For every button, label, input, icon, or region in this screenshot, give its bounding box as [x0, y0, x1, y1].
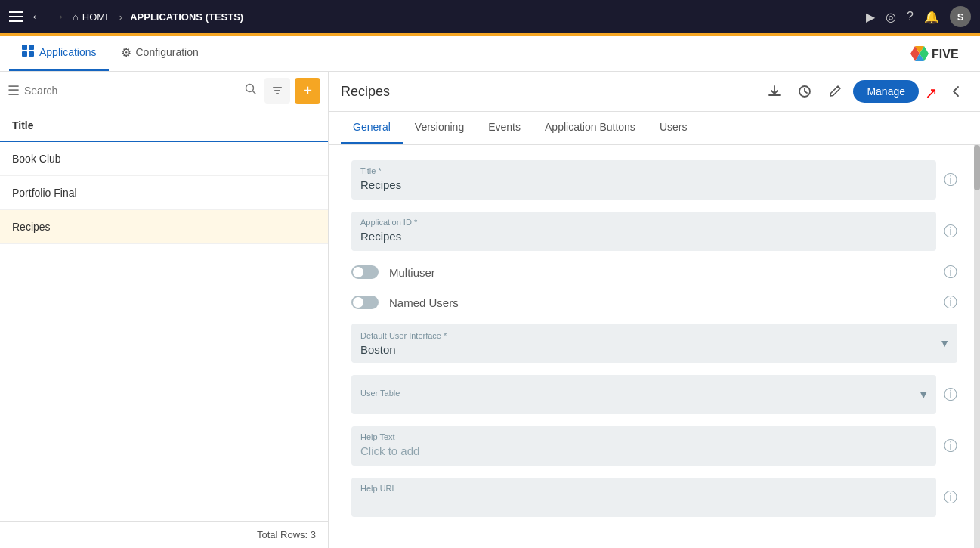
default-ui-field-value: Boston	[360, 343, 948, 356]
svg-rect-1	[29, 45, 34, 50]
multiuser-label: Multiuser	[389, 266, 435, 279]
breadcrumb-sep: ›	[119, 11, 122, 23]
default-ui-dropdown-arrow: ▼	[939, 337, 950, 349]
multiuser-row: Multiuser ⓘ	[351, 263, 957, 281]
tab-users[interactable]: Users	[648, 112, 700, 144]
title-field-value: Recipes	[360, 178, 927, 191]
back-arrow[interactable]: ←	[30, 9, 44, 25]
tab-configuration[interactable]: ⚙ Configuration	[109, 36, 211, 71]
top-nav: ← → ⌂ HOME › APPLICATIONS (TESTS) ▶ ◎ ? …	[0, 0, 980, 33]
named-users-toggle[interactable]	[351, 296, 379, 309]
sidebar-toolbar: ☰ +	[0, 72, 328, 110]
nav-left: ← → ⌂ HOME › APPLICATIONS (TESTS)	[9, 9, 858, 25]
tab-events[interactable]: Events	[476, 112, 533, 144]
user-table-field-label: User Table	[360, 389, 927, 398]
user-table-help-icon[interactable]: ⓘ	[944, 385, 957, 404]
history-button[interactable]	[793, 79, 817, 104]
home-label: HOME	[82, 11, 112, 23]
sidebar-footer: Total Rows: 3	[0, 521, 328, 548]
tab-versioning[interactable]: Versioning	[403, 112, 476, 144]
sidebar-item-recipes[interactable]: Recipes	[0, 210, 328, 244]
edit-button[interactable]	[823, 79, 847, 104]
scrollbar-thumb[interactable]	[974, 145, 980, 190]
svg-rect-0	[22, 45, 27, 50]
five-logo: FIVE	[907, 43, 968, 64]
app-id-field-value: Recipes	[360, 230, 927, 243]
title-help-icon[interactable]: ⓘ	[944, 171, 957, 189]
svg-rect-13	[276, 93, 279, 94]
play-icon[interactable]: ▶	[866, 10, 875, 24]
forward-arrow[interactable]: →	[51, 9, 65, 25]
app-tabs: Applications ⚙ Configuration FIVE	[0, 36, 980, 72]
user-table-field-row: User Table ▼ ⓘ	[351, 375, 957, 414]
sidebar-menu-icon[interactable]: ☰	[8, 82, 20, 99]
help-text-placeholder: Click to add	[360, 444, 927, 457]
app-id-field[interactable]: Application ID * Recipes	[351, 212, 936, 251]
user-avatar[interactable]: S	[950, 6, 971, 27]
title-field[interactable]: Title * Recipes	[351, 160, 936, 200]
svg-rect-12	[274, 90, 280, 91]
bell-icon[interactable]: 🔔	[924, 10, 939, 24]
add-button[interactable]: +	[295, 78, 320, 104]
content-area: Recipes Manage ↗	[329, 72, 980, 548]
sidebar-header: Title	[0, 110, 328, 142]
title-field-label: Title *	[360, 166, 927, 175]
help-icon[interactable]: ?	[907, 10, 914, 23]
app-id-field-row: Application ID * Recipes ⓘ	[351, 212, 957, 251]
applications-icon	[21, 44, 35, 60]
applications-tab-label: Applications	[39, 46, 97, 58]
help-text-field-label: Help Text	[360, 432, 927, 441]
target-icon[interactable]: ◎	[886, 10, 896, 24]
sidebar: ☰ + Title Book Club Portfolio Final	[0, 72, 329, 548]
sidebar-item-portfolio-final[interactable]: Portfolio Final	[0, 176, 328, 210]
svg-line-10	[253, 91, 256, 94]
app-name: APPLICATIONS (TESTS)	[130, 11, 243, 23]
multiuser-toggle[interactable]	[351, 265, 379, 279]
hamburger-menu[interactable]	[9, 11, 23, 22]
app-id-field-label: Application ID *	[360, 218, 927, 227]
multiuser-help-icon[interactable]: ⓘ	[944, 263, 957, 281]
help-url-field-row: Help URL ⓘ	[351, 478, 957, 517]
app-id-help-icon[interactable]: ⓘ	[944, 222, 957, 240]
user-table-dropdown-arrow: ▼	[918, 389, 929, 401]
default-ui-field[interactable]: Default User Interface * Boston ▼	[351, 324, 957, 363]
svg-rect-11	[273, 87, 282, 88]
named-users-row: Named Users ⓘ	[351, 293, 957, 311]
filter-button[interactable]	[264, 78, 290, 104]
red-arrow-indicator: ↗	[925, 84, 938, 102]
tab-app-buttons[interactable]: Application Buttons	[533, 112, 648, 144]
named-users-label: Named Users	[389, 296, 459, 309]
tab-applications[interactable]: Applications	[9, 36, 109, 71]
tab-general[interactable]: General	[341, 112, 403, 144]
sidebar-list: Book Club Portfolio Final Recipes	[0, 142, 328, 521]
svg-rect-2	[22, 51, 27, 57]
title-field-row: Title * Recipes ⓘ	[351, 160, 957, 200]
sidebar-item-book-club[interactable]: Book Club	[0, 142, 328, 176]
main-layout: ☰ + Title Book Club Portfolio Final	[0, 72, 980, 548]
search-input[interactable]	[24, 85, 237, 97]
help-url-field[interactable]: Help URL	[351, 478, 936, 517]
nav-right: ▶ ◎ ? 🔔 S	[866, 6, 971, 27]
help-text-field[interactable]: Help Text Click to add	[351, 426, 936, 466]
back-button[interactable]	[944, 79, 968, 104]
home-icon: ⌂	[73, 11, 79, 23]
help-url-field-label: Help URL	[360, 484, 927, 493]
svg-rect-3	[29, 51, 34, 57]
download-button[interactable]	[762, 79, 787, 104]
content-header: Recipes Manage ↗	[329, 72, 980, 112]
scrollbar-track	[974, 145, 980, 548]
manage-button[interactable]: Manage	[853, 80, 919, 103]
named-users-help-icon[interactable]: ⓘ	[944, 293, 957, 311]
home-link[interactable]: ⌂ HOME	[73, 11, 112, 23]
help-text-help-icon[interactable]: ⓘ	[944, 437, 957, 455]
default-ui-field-label: Default User Interface *	[360, 331, 948, 340]
form-area: Title * Recipes ⓘ Application ID * Recip…	[329, 145, 980, 548]
configuration-tab-label: Configuration	[136, 46, 199, 58]
help-url-help-icon[interactable]: ⓘ	[944, 488, 957, 506]
configuration-icon: ⚙	[121, 45, 131, 60]
search-button[interactable]	[242, 80, 260, 101]
svg-text:FIVE: FIVE	[932, 48, 959, 60]
content-title: Recipes	[341, 84, 756, 100]
user-table-field[interactable]: User Table ▼	[351, 375, 936, 414]
help-text-field-row: Help Text Click to add ⓘ	[351, 426, 957, 466]
